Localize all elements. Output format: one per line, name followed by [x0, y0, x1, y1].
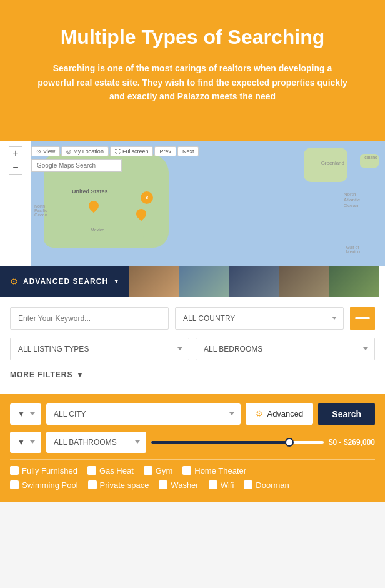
- checkbox-box-gas-heat[interactable]: [88, 466, 96, 475]
- advanced-search-bar-row: ⚙ ADVANCED SEARCH ▼: [0, 266, 385, 297]
- divider: [10, 459, 375, 460]
- orange-range-indicator: [350, 307, 375, 330]
- checkbox-box-wifi[interactable]: [209, 480, 218, 489]
- advanced-search-label: ADVANCED SEARCH: [23, 277, 108, 286]
- map-view-btn[interactable]: ⊙ View: [31, 146, 60, 156]
- checkbox-gas-heat[interactable]: Gas Heat: [88, 466, 134, 475]
- map-search-bar[interactable]: [31, 159, 122, 172]
- map-view: Greenland Iceland Canada United States M…: [31, 141, 385, 266]
- checkbox-private-space[interactable]: Private space: [88, 480, 149, 490]
- price-label: $0 - $269,000: [329, 438, 375, 447]
- more-filters-arrow-icon: ▼: [76, 371, 83, 378]
- image-strip: [129, 266, 385, 297]
- more-filters-row[interactable]: MORE FILTERS ▼: [10, 368, 375, 384]
- checkbox-swimming-pool[interactable]: Swimming Pool: [10, 480, 78, 490]
- listing-type-select[interactable]: ALL LISTING TYPES For Sale For Rent: [10, 338, 189, 360]
- checkbox-doorman[interactable]: Doorman: [244, 480, 289, 490]
- checkbox-label-gym: Gym: [156, 466, 172, 475]
- advanced-search-bar[interactable]: ⚙ ADVANCED SEARCH ▼: [0, 266, 129, 297]
- small-select[interactable]: ▼: [10, 403, 41, 425]
- checkbox-label-wifi: Wifi: [221, 480, 234, 490]
- checkbox-label-doorman: Doorman: [256, 480, 289, 490]
- checkbox-box-private-space[interactable]: [88, 480, 97, 489]
- map-prev-label: Prev: [159, 148, 171, 155]
- header-subtitle: Searching is one of the most carings of …: [36, 61, 349, 103]
- map-nav-bar: ⊙ View ◎ My Location ⛶ Fullscreen Prev: [31, 146, 199, 156]
- map-next-btn[interactable]: Next: [178, 146, 199, 156]
- map-pin-3: [136, 209, 146, 219]
- search-row-2: ALL LISTING TYPES For Sale For Rent ALL …: [10, 338, 375, 360]
- checkbox-box-home-theater[interactable]: [182, 466, 191, 475]
- thumbnail-4: [279, 266, 329, 297]
- price-slider[interactable]: [151, 436, 324, 449]
- bathrooms-select[interactable]: ALL BATHROOMS 1 2 3 4+: [46, 432, 146, 453]
- checkbox-washer[interactable]: Washer: [159, 480, 198, 490]
- yellow-row-1: ▼ ALL CITY New York Los Angeles Chicago …: [10, 403, 375, 425]
- gear-icon: ⚙: [10, 276, 18, 286]
- map-zoom-out[interactable]: −: [9, 161, 22, 175]
- map-fullscreen-btn[interactable]: ⛶ Fullscreen: [110, 146, 154, 156]
- checkbox-box-washer[interactable]: [159, 480, 168, 489]
- thumbnail-1: [129, 266, 179, 297]
- price-slider-thumb[interactable]: [285, 438, 294, 447]
- map-pin-1: [89, 201, 99, 211]
- map-view-label: View: [43, 148, 55, 155]
- checkbox-label-private-space: Private space: [100, 480, 149, 490]
- checkbox-fully-furnished[interactable]: Fully Furnished: [10, 466, 78, 475]
- more-filters-label: MORE FILTERS: [10, 370, 72, 379]
- thumbnail-5: [329, 266, 379, 297]
- price-slider-fill: [151, 441, 289, 444]
- yellow-section: ▼ ALL CITY New York Los Angeles Chicago …: [0, 394, 385, 502]
- checkbox-wifi[interactable]: Wifi: [209, 480, 234, 490]
- checkboxes-row-2: Swimming Pool Private space Washer Wifi …: [10, 480, 375, 490]
- thumbnail-2: [179, 266, 229, 297]
- price-range: $0 - $269,000: [151, 436, 375, 449]
- price-slider-track: [151, 441, 324, 444]
- map-search-input[interactable]: [31, 159, 122, 172]
- checkbox-box-fully-furnished[interactable]: [10, 466, 19, 475]
- map-zoom-in[interactable]: +: [9, 146, 22, 160]
- checkbox-box-doorman[interactable]: [244, 480, 252, 489]
- checkbox-label-swimming-pool: Swimming Pool: [22, 480, 78, 490]
- map-pin-2: 8: [141, 191, 153, 204]
- city-select[interactable]: ALL CITY New York Los Angeles Chicago: [46, 403, 241, 425]
- checkbox-box-gym[interactable]: [144, 466, 152, 475]
- page-title: Multiple Types of Searching: [19, 25, 366, 49]
- advanced-btn-label: Advanced: [267, 409, 303, 418]
- map-next-label: Next: [182, 148, 194, 155]
- map-prev-btn[interactable]: Prev: [154, 146, 176, 156]
- checkbox-gym[interactable]: Gym: [144, 466, 172, 475]
- checkbox-label-fully-furnished: Fully Furnished: [22, 466, 78, 475]
- map-mylocation-label: My Location: [73, 148, 104, 155]
- header-section: Multiple Types of Searching Searching is…: [0, 0, 385, 141]
- checkbox-home-theater[interactable]: Home Theater: [182, 466, 246, 475]
- advanced-button[interactable]: ⚙ Advanced: [246, 403, 313, 425]
- checkboxes-row-1: Fully Furnished Gas Heat Gym Home Theate…: [10, 466, 375, 475]
- checkbox-label-washer: Washer: [171, 480, 198, 490]
- bedrooms-select[interactable]: ALL BEDROOMS 1 2 3 4 5+: [196, 338, 375, 360]
- gear-icon-advanced: ⚙: [256, 409, 263, 418]
- search-btn-label: Search: [332, 409, 361, 419]
- checkbox-box-swimming-pool[interactable]: [10, 480, 19, 489]
- checkbox-label-gas-heat: Gas Heat: [99, 466, 134, 475]
- small-select-2[interactable]: ▼: [10, 432, 41, 453]
- map-search-section: + − Greenland Iceland Canada United Stat: [0, 141, 385, 502]
- map-fullscreen-label: Fullscreen: [122, 148, 149, 155]
- search-form: ALL COUNTRY USA UK Canada ALL LISTING TY…: [0, 297, 385, 394]
- checkbox-label-home-theater: Home Theater: [194, 466, 246, 475]
- keyword-input[interactable]: [10, 307, 169, 330]
- yellow-row-2: ▼ ALL BATHROOMS 1 2 3 4+ $0 - $269,000: [10, 432, 375, 453]
- search-button[interactable]: Search: [318, 403, 375, 425]
- dropdown-arrow-icon: ▼: [113, 278, 119, 285]
- search-row-1: ALL COUNTRY USA UK Canada: [10, 307, 375, 330]
- thumbnail-3: [229, 266, 279, 297]
- country-select[interactable]: ALL COUNTRY USA UK Canada: [175, 307, 344, 330]
- map-mylocation-btn[interactable]: ◎ My Location: [61, 146, 109, 156]
